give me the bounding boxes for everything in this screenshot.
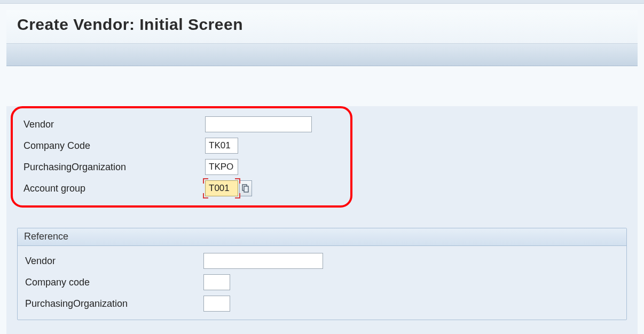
title-bar: Create Vendor: Initial Screen: [6, 10, 638, 44]
label-vendor: Vendor: [20, 119, 205, 130]
label-ref-purchasing-org: PurchasingOrganization: [22, 298, 203, 309]
vendor-input[interactable]: [205, 116, 312, 132]
label-ref-company-code: Company code: [22, 277, 203, 288]
reference-title: Reference: [18, 228, 626, 246]
svg-rect-1: [244, 186, 248, 192]
ref-vendor-input[interactable]: [203, 253, 323, 269]
label-account-group: Account group: [20, 183, 205, 194]
row-ref-purchasing-org: PurchasingOrganization: [22, 293, 622, 314]
search-help-button[interactable]: [239, 180, 252, 196]
company-code-input[interactable]: [205, 138, 238, 154]
content-area: Vendor Company Code PurchasingOrganizati…: [6, 106, 638, 334]
account-group-wrap: [205, 180, 252, 196]
row-account-group: Account group: [20, 178, 343, 199]
row-vendor: Vendor: [20, 114, 343, 135]
ref-purchasing-org-input[interactable]: [203, 296, 230, 312]
label-purchasing-org: PurchasingOrganization: [20, 162, 205, 173]
row-ref-company-code: Company code: [22, 272, 622, 293]
row-company-code: Company Code: [20, 135, 343, 156]
label-ref-vendor: Vendor: [22, 256, 203, 267]
window-frame: Create Vendor: Initial Screen Vendor Com…: [0, 3, 644, 334]
search-help-icon: [242, 184, 249, 193]
account-group-input[interactable]: [205, 180, 238, 196]
row-purchasing-org: PurchasingOrganization: [20, 156, 343, 178]
main-selection-block: Vendor Company Code PurchasingOrganizati…: [11, 106, 352, 208]
ref-company-code-input[interactable]: [203, 274, 230, 290]
page-title: Create Vendor: Initial Screen: [17, 15, 627, 34]
reference-group: Reference Vendor Company code Purchasing…: [17, 228, 627, 320]
application-toolbar: [6, 44, 638, 66]
row-ref-vendor: Vendor: [22, 250, 622, 272]
purchasing-org-input[interactable]: [205, 159, 238, 175]
label-company-code: Company Code: [20, 140, 205, 152]
reference-body: Vendor Company code PurchasingOrganizati…: [18, 246, 626, 320]
